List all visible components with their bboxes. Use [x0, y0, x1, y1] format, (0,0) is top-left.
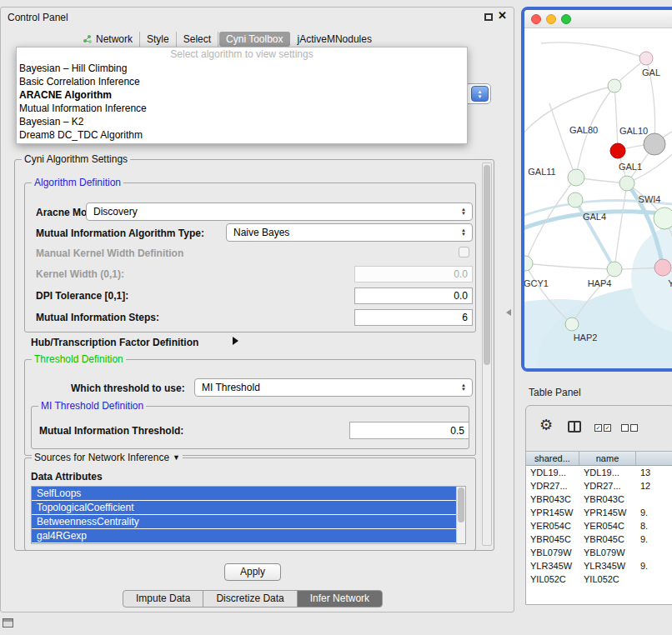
- which-threshold-combobox[interactable]: MI Threshold ▲ ▼: [194, 378, 473, 397]
- splitter-collapse-icon[interactable]: [506, 309, 511, 316]
- deselect-all-icon[interactable]: [630, 424, 638, 432]
- dropdown-item[interactable]: Mutual Information Inference: [17, 102, 467, 115]
- table-cell[interactable]: YDL19...: [579, 468, 636, 478]
- list-item-selected[interactable]: TopologicalCoefficient: [32, 501, 456, 515]
- dropdown-item[interactable]: Bayesian – Hill Climbing: [17, 62, 467, 75]
- kernel-width-label: Kernel Width (0,1):: [36, 268, 124, 280]
- table-cell[interactable]: YIL052C: [579, 574, 636, 584]
- tab-jactivemnodules[interactable]: jActiveMNodules: [291, 32, 379, 47]
- dropdown-item-selected[interactable]: ARACNE Algorithm: [17, 88, 467, 102]
- manual-kernel-checkbox[interactable]: [459, 247, 469, 258]
- table-cell[interactable]: 9.: [636, 534, 672, 544]
- list-item-selected[interactable]: gal4RGexp: [32, 529, 456, 543]
- network-node[interactable]: [654, 208, 672, 229]
- table-cell[interactable]: YPR145W: [526, 508, 579, 518]
- list-scrollbar[interactable]: [456, 487, 465, 543]
- table-cell[interactable]: 8.: [636, 521, 672, 531]
- table-cell[interactable]: YER054C: [579, 521, 636, 531]
- combobox-stepper-icon[interactable]: ▲ ▼: [471, 86, 489, 102]
- table-cell[interactable]: YDR27...: [579, 481, 636, 491]
- table-cell[interactable]: YBR045C: [526, 534, 579, 544]
- table-cell[interactable]: YLR345W: [579, 561, 636, 571]
- network-node[interactable]: [644, 133, 665, 155]
- dropdown-item[interactable]: Bayesian – K2: [17, 115, 467, 128]
- kernel-width-field[interactable]: [354, 266, 473, 282]
- network-node[interactable]: [568, 169, 584, 186]
- network-canvas[interactable]: GAL GAL80 GAL10 GAL11 GAL1 SWI4 GAL4 GCY…: [524, 28, 672, 368]
- table-cell[interactable]: 9.: [636, 561, 672, 571]
- column-header[interactable]: shared...: [526, 452, 579, 465]
- table-cell[interactable]: YIL052C: [526, 574, 579, 584]
- list-scrollbar-thumb[interactable]: [458, 488, 464, 522]
- table-cell[interactable]: YDL19...: [526, 468, 579, 478]
- table-cell[interactable]: YBR043C: [526, 494, 579, 504]
- dropdown-item[interactable]: Dream8 DC_TDC Algorithm: [17, 128, 467, 142]
- deselect-all-icon[interactable]: [621, 424, 629, 432]
- network-window-titlebar[interactable]: [524, 10, 672, 28]
- settings-scrollbar[interactable]: [482, 162, 492, 546]
- table-row: YLR345W YLR345W 9.: [526, 559, 672, 572]
- table-cell[interactable]: YLR345W: [526, 561, 579, 571]
- network-node[interactable]: [619, 176, 634, 191]
- table-cell[interactable]: YBR043C: [579, 494, 636, 504]
- mi-threshold-field[interactable]: [349, 422, 469, 439]
- network-node[interactable]: [524, 256, 533, 271]
- select-all-icon[interactable]: ✓: [604, 424, 611, 432]
- tab-infer-network[interactable]: Infer Network: [298, 591, 382, 607]
- table-header: shared... name: [526, 451, 672, 466]
- float-window-icon[interactable]: [484, 13, 493, 21]
- table-cell[interactable]: YPR145W: [579, 508, 636, 518]
- network-node-highlighted[interactable]: [610, 143, 625, 158]
- table-cell[interactable]: YBR045C: [579, 534, 636, 544]
- mi-threshold-label: Mutual Information Threshold:: [39, 425, 183, 437]
- network-node[interactable]: [568, 192, 583, 208]
- network-node[interactable]: [608, 79, 621, 92]
- window-title: Control Panel: [8, 12, 68, 23]
- network-node[interactable]: [639, 52, 653, 65]
- combo-arrows-icon: ▲ ▼: [459, 383, 472, 392]
- column-header[interactable]: name: [579, 452, 636, 465]
- restore-panel-icon[interactable]: [3, 618, 13, 628]
- apply-button[interactable]: Apply: [224, 563, 281, 581]
- mi-algorithm-type-combobox[interactable]: Naive Bayes ▲ ▼: [226, 223, 473, 242]
- network-node[interactable]: [654, 259, 671, 276]
- hub-section-label[interactable]: Hub/Transcription Factor Definition: [31, 337, 198, 348]
- close-traffic-light-icon[interactable]: [531, 14, 541, 24]
- column-header[interactable]: [636, 452, 672, 465]
- settings-scrollbar-thumb[interactable]: [484, 165, 490, 365]
- tab-style[interactable]: Style: [140, 32, 177, 47]
- tab-impute-data[interactable]: Impute Data: [123, 591, 203, 607]
- mi-steps-label: Mutual Information Steps:: [36, 312, 159, 323]
- list-item-selected[interactable]: BetweennessCentrality: [32, 515, 456, 529]
- table-cell[interactable]: YDR27...: [526, 481, 579, 491]
- table-cell[interactable]: 12: [636, 481, 672, 491]
- select-all-icon[interactable]: ✓: [594, 424, 602, 432]
- dropdown-item[interactable]: Basic Correlation Inference: [17, 75, 467, 88]
- aracne-mode-combobox[interactable]: Discovery ▲ ▼: [86, 202, 473, 221]
- tab-select[interactable]: Select: [177, 32, 218, 47]
- table-cell[interactable]: YBL079W: [579, 548, 636, 558]
- table-panel-title: Table Panel: [529, 387, 581, 398]
- list-item-selected[interactable]: SelfLoops: [32, 487, 456, 501]
- columns-icon[interactable]: [568, 421, 581, 432]
- table-cell[interactable]: YER054C: [526, 521, 579, 531]
- tab-network[interactable]: Network: [76, 32, 140, 47]
- network-view-window[interactable]: GAL GAL80 GAL10 GAL11 GAL1 SWI4 GAL4 GCY…: [521, 7, 672, 372]
- network-node[interactable]: [607, 262, 622, 277]
- sources-title[interactable]: Sources for Network Inference ▼: [32, 452, 183, 463]
- mi-steps-field[interactable]: [354, 309, 473, 326]
- table-cell[interactable]: 13: [636, 468, 672, 478]
- data-attributes-list[interactable]: SelfLoops TopologicalCoefficient Between…: [31, 486, 466, 544]
- table-cell[interactable]: YBL079W: [526, 548, 579, 558]
- node-label: SWI4: [639, 194, 661, 204]
- network-node[interactable]: [565, 318, 579, 331]
- settings-gear-icon[interactable]: ⚙: [539, 418, 553, 432]
- zoom-traffic-light-icon[interactable]: [561, 14, 571, 24]
- collapse-right-icon[interactable]: [233, 337, 238, 345]
- dpi-tolerance-field[interactable]: [354, 288, 473, 304]
- minimize-traffic-light-icon[interactable]: [546, 14, 556, 24]
- tab-cyni-toolbox[interactable]: Cyni Toolbox: [219, 32, 289, 47]
- tab-discretize-data[interactable]: Discretize Data: [203, 591, 297, 607]
- table-cell[interactable]: 9.: [636, 508, 672, 518]
- close-icon[interactable]: ✕: [498, 9, 507, 22]
